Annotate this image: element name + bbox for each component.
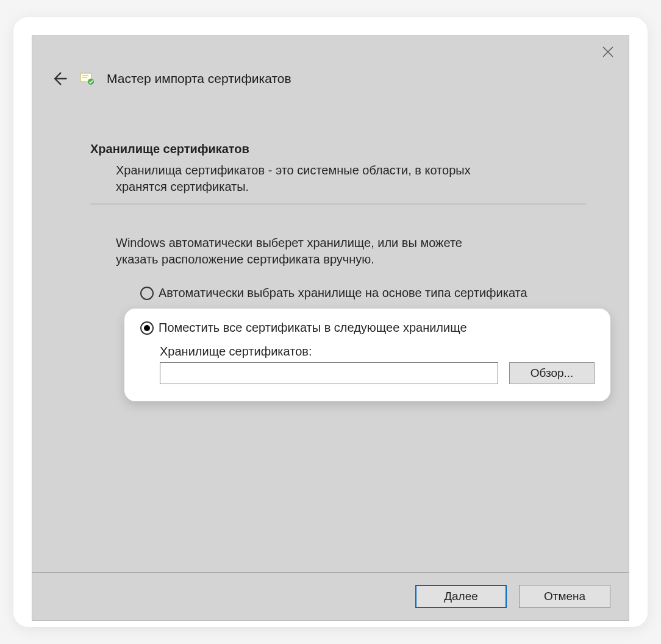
close-button[interactable] — [601, 45, 615, 59]
certificate-icon — [79, 70, 96, 87]
section-description: Хранилища сертификатов - это системные о… — [90, 162, 586, 204]
section-divider — [90, 204, 586, 204]
radio-icon — [140, 321, 154, 335]
dialog-footer: Далее Отмена — [32, 572, 629, 620]
radio-auto-label: Автоматически выбрать хранилище на основ… — [159, 286, 527, 300]
wizard-title: Мастер импорта сертификатов — [107, 71, 291, 86]
store-input-row: Обзор... — [160, 362, 595, 384]
next-button[interactable]: Далее — [415, 585, 507, 608]
cancel-button[interactable]: Отмена — [519, 585, 610, 608]
back-arrow-icon — [51, 70, 68, 87]
dialog-header: Мастер импорта сертификатов — [32, 36, 629, 87]
close-icon — [601, 45, 615, 59]
wizard-dialog: Мастер импорта сертификатов Хранилище се… — [32, 35, 629, 621]
outer-frame: Мастер импорта сертификатов Хранилище се… — [13, 17, 648, 627]
radio-manual-select[interactable]: Поместить все сертификаты в следующее хр… — [140, 321, 595, 335]
store-radio-group: Автоматически выбрать хранилище на основ… — [90, 286, 586, 401]
dialog-content: Хранилище сертификатов Хранилища сертифи… — [32, 87, 629, 572]
radio-icon — [140, 287, 154, 300]
radio-auto-select[interactable]: Автоматически выбрать хранилище на основ… — [140, 286, 586, 300]
svg-point-3 — [88, 79, 94, 85]
instruction-text: Windows автоматически выберет хранилище,… — [90, 235, 586, 268]
browse-button[interactable]: Обзор... — [509, 362, 595, 384]
certificate-store-input[interactable] — [160, 362, 498, 384]
section-heading: Хранилище сертификатов — [90, 142, 586, 156]
radio-manual-label: Поместить все сертификаты в следующее хр… — [159, 321, 467, 335]
store-field-label: Хранилище сертификатов: — [160, 345, 595, 359]
manual-option-panel: Поместить все сертификаты в следующее хр… — [124, 309, 610, 401]
back-button[interactable] — [51, 70, 68, 87]
